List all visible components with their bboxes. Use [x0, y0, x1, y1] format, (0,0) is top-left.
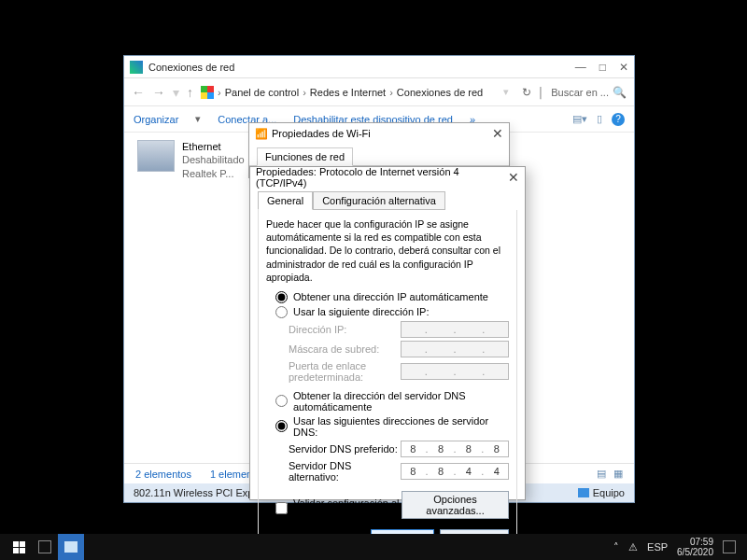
close-icon[interactable]: ✕ — [492, 126, 503, 141]
breadcrumb-1[interactable]: Panel de control — [225, 87, 300, 98]
dns-alt-row: Servidor DNS alternativo: 8.8.4.4 — [289, 460, 509, 483]
adapter-status: Deshabilitado — [182, 153, 245, 166]
adapter-device: Realtek P... — [182, 167, 245, 180]
wifi-tab[interactable]: Funciones de red — [257, 147, 353, 166]
view-icon[interactable]: ▤▾ — [572, 113, 587, 125]
lang-indicator[interactable]: ESP — [647, 541, 668, 553]
wifi-icon: 📶 — [255, 128, 266, 139]
radio-dns-manual[interactable]: Usar las siguientes direcciones de servi… — [275, 415, 509, 438]
explorer-nav: ← → ▾ ↑ › Panel de control › Redes e Int… — [124, 78, 634, 106]
task-view-button[interactable] — [32, 534, 58, 560]
search-icon: 🔍 — [613, 86, 627, 99]
adapter-icon — [137, 140, 175, 172]
radio-ip-manual-input[interactable] — [275, 306, 288, 318]
wifi-tray-icon[interactable]: ⚠ — [628, 541, 638, 553]
app-icon — [64, 541, 78, 553]
pane-icon[interactable]: ▯ — [597, 113, 602, 125]
tray-chevron-icon[interactable]: ˄ — [613, 541, 619, 553]
radio-dns-auto[interactable]: Obtener la dirección del servidor DNS au… — [275, 390, 509, 413]
minimize-icon[interactable]: — — [575, 61, 586, 74]
network-icon — [130, 61, 143, 74]
close-icon[interactable]: ✕ — [508, 170, 519, 185]
clock[interactable]: 07:59 6/5/2020 — [677, 537, 713, 557]
breadcrumb-3[interactable]: Conexiones de red — [397, 87, 483, 98]
details-view-icon[interactable]: ▤ — [597, 468, 606, 480]
dns-preferred-input[interactable]: 8.8.8.8 — [401, 441, 509, 457]
status-elements: 2 elementos — [135, 469, 191, 480]
explorer-titlebar[interactable]: Conexiones de red — □ ✕ — [124, 56, 634, 78]
gateway-input: ... — [401, 363, 509, 380]
validate-checkbox-input[interactable] — [275, 502, 288, 514]
ip-address-input: ... — [401, 321, 509, 338]
notifications-icon[interactable] — [723, 540, 736, 553]
ipv4-properties-dialog: Propiedades: Protocolo de Internet versi… — [249, 166, 526, 500]
window-title: Conexiones de red — [148, 62, 234, 73]
up-icon[interactable]: ↑ — [187, 85, 193, 100]
radio-ip-auto-input[interactable] — [275, 291, 288, 303]
forward-icon[interactable]: → — [152, 85, 165, 100]
system-tray: ˄ ⚠ ESP 07:59 6/5/2020 — [613, 537, 741, 557]
dns-preferred-row: Servidor DNS preferido: 8.8.8.8 — [289, 441, 509, 457]
advanced-button[interactable]: Opciones avanzadas... — [402, 491, 509, 519]
subnet-mask-input: ... — [401, 341, 509, 357]
search-placeholder: Buscar en ... — [551, 87, 609, 98]
start-button[interactable] — [6, 534, 32, 560]
validate-checkbox[interactable]: Validar configuración al salir — [275, 497, 402, 520]
back-icon[interactable]: ← — [132, 85, 145, 100]
shield-icon — [201, 86, 214, 99]
help-icon[interactable]: ? — [612, 113, 625, 126]
subnet-mask-row: Máscara de subred: ... — [289, 341, 509, 357]
clock-time: 07:59 — [677, 537, 713, 547]
dropdown-icon[interactable]: ▾ — [173, 85, 179, 100]
taskbar: ˄ ⚠ ESP 07:59 6/5/2020 — [0, 534, 747, 560]
breadcrumb-2[interactable]: Redes e Internet — [310, 87, 386, 98]
computer-icon — [578, 488, 589, 497]
radio-dns-auto-input[interactable] — [275, 395, 288, 407]
dns-alt-input[interactable]: 8.8.4.4 — [401, 463, 509, 480]
breadcrumb[interactable]: › Panel de control › Redes e Internet › … — [201, 86, 483, 99]
search-box[interactable]: ▾ ↻ │ Buscar en ... 🔍 — [503, 86, 627, 99]
radio-ip-manual[interactable]: Usar la siguiente dirección IP: — [275, 306, 509, 318]
taskbar-app[interactable] — [58, 534, 84, 560]
ipv4-titlebar[interactable]: Propiedades: Protocolo de Internet versi… — [250, 167, 525, 188]
maximize-icon[interactable]: □ — [599, 61, 606, 74]
ip-address-row: Dirección IP: ... — [289, 321, 509, 338]
wifi-titlebar[interactable]: 📶 Propiedades de Wi-Fi ✕ — [249, 123, 509, 144]
radio-ip-auto[interactable]: Obtener una dirección IP automáticamente — [275, 291, 509, 303]
tab-general[interactable]: General — [258, 191, 313, 210]
clock-date: 6/5/2020 — [677, 547, 713, 557]
windows-icon — [13, 541, 25, 553]
ipv4-description: Puede hacer que la configuración IP se a… — [266, 217, 509, 284]
adapter-name: Ethernet — [182, 140, 245, 153]
wifi-title: Propiedades de Wi-Fi — [272, 128, 371, 139]
close-icon[interactable]: ✕ — [619, 61, 628, 74]
ipv4-title: Propiedades: Protocolo de Internet versi… — [256, 166, 508, 189]
gateway-row: Puerta de enlace predeterminada: ... — [289, 360, 509, 383]
tab-alt-config[interactable]: Configuración alternativa — [313, 191, 445, 210]
refresh-icon[interactable]: ↻ — [522, 86, 531, 99]
footer-right: Equipo — [593, 487, 625, 498]
radio-dns-manual-input[interactable] — [275, 420, 288, 432]
task-view-icon — [38, 540, 51, 553]
organize-button[interactable]: Organizar — [134, 114, 178, 125]
large-view-icon[interactable]: ▦ — [613, 468, 623, 480]
